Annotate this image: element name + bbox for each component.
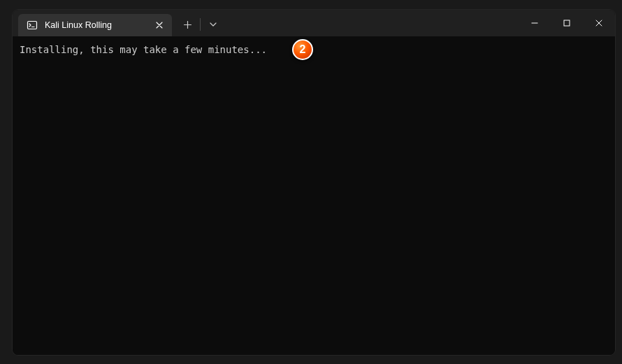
- new-tab-button[interactable]: [176, 13, 198, 36]
- tab-actions: [172, 10, 224, 36]
- terminal-icon: [27, 20, 38, 31]
- titlebar-drag-area[interactable]: [224, 10, 519, 36]
- window-controls: [519, 10, 615, 36]
- titlebar: Kali Linux Rolling: [13, 10, 615, 36]
- tab-divider: [200, 18, 201, 31]
- svg-rect-3: [564, 20, 570, 26]
- tab-dropdown-button[interactable]: [202, 13, 224, 36]
- svg-rect-0: [28, 22, 37, 29]
- close-window-button[interactable]: [583, 10, 615, 36]
- tabs-area: Kali Linux Rolling: [13, 10, 172, 36]
- terminal-line: Installing, this may take a few minutes.…: [20, 44, 267, 55]
- tab-close-button[interactable]: [154, 20, 165, 31]
- annotation-number: 2: [300, 43, 306, 56]
- terminal-output[interactable]: Installing, this may take a few minutes.…: [13, 36, 615, 355]
- annotation-badge: 2: [292, 39, 313, 60]
- minimize-button[interactable]: [519, 10, 551, 36]
- maximize-button[interactable]: [551, 10, 583, 36]
- terminal-window: Kali Linux Rolling: [13, 10, 615, 355]
- tab-kali-linux[interactable]: Kali Linux Rolling: [18, 14, 172, 36]
- tab-title: Kali Linux Rolling: [45, 20, 147, 30]
